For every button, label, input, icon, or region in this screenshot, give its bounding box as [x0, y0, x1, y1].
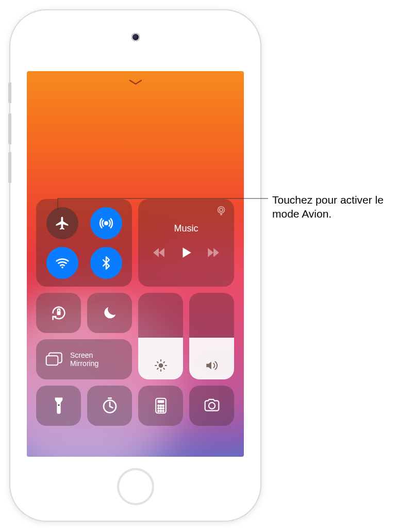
svg-point-3 [220, 208, 223, 211]
transport-controls [145, 245, 227, 260]
dismiss-caret-icon[interactable] [129, 79, 142, 86]
screen-mirroring-label: Screen Mirroring [70, 351, 98, 368]
svg-point-16 [162, 408, 164, 409]
cc-row: Music [36, 199, 235, 287]
flashlight-icon [53, 397, 64, 414]
screen: Music [27, 71, 244, 457]
svg-point-11 [158, 405, 159, 407]
cc-row [36, 386, 235, 426]
screen-mirroring-button[interactable]: Screen Mirroring [36, 339, 132, 379]
volume-down-button [8, 152, 11, 183]
device-frame: Music [10, 10, 260, 521]
svg-point-17 [158, 410, 159, 412]
volume-icon [205, 359, 219, 372]
play-button[interactable] [179, 245, 193, 260]
svg-point-14 [158, 408, 159, 409]
volume-up-button [8, 113, 11, 144]
svg-point-20 [208, 403, 214, 409]
timer-button[interactable] [87, 386, 132, 426]
music-title: Music [174, 223, 198, 234]
airplay-audio-icon[interactable] [216, 205, 227, 217]
svg-point-12 [160, 405, 161, 407]
moon-icon [102, 305, 118, 321]
brightness-slider[interactable] [138, 293, 183, 379]
control-center: Music [36, 199, 235, 426]
bluetooth-toggle[interactable] [90, 247, 122, 279]
connectivity-card[interactable] [36, 199, 132, 287]
airplane-mode-toggle[interactable] [46, 207, 78, 239]
home-button[interactable] [117, 468, 154, 505]
svg-point-1 [61, 267, 63, 269]
svg-point-15 [160, 408, 161, 409]
svg-point-0 [105, 222, 108, 225]
timer-icon [102, 397, 118, 414]
bluetooth-icon [99, 256, 113, 270]
volume-slider[interactable] [189, 293, 234, 379]
svg-rect-5 [46, 356, 58, 365]
svg-point-2 [218, 207, 225, 213]
do-not-disturb-button[interactable] [87, 293, 132, 333]
svg-rect-10 [157, 400, 164, 403]
svg-point-6 [158, 363, 163, 368]
wifi-icon [55, 255, 70, 271]
svg-rect-4 [57, 311, 60, 315]
airdrop-icon [98, 215, 114, 231]
camera-button[interactable] [189, 386, 234, 426]
brightness-icon [154, 359, 168, 372]
orientation-lock-icon [50, 304, 68, 322]
airdrop-toggle[interactable] [90, 207, 122, 239]
svg-point-13 [162, 405, 164, 407]
wifi-toggle[interactable] [46, 247, 78, 279]
previous-track-button[interactable] [152, 247, 165, 258]
callout-text: Touchez pour activer le mode Avion. [272, 193, 409, 221]
music-card[interactable]: Music [138, 199, 234, 287]
mute-switch [8, 82, 11, 103]
calculator-button[interactable] [138, 386, 183, 426]
front-camera [131, 33, 140, 41]
cc-row: Screen Mirroring [36, 293, 235, 379]
flashlight-button[interactable] [36, 386, 81, 426]
svg-point-18 [160, 410, 161, 412]
calculator-icon [155, 397, 167, 414]
svg-point-19 [162, 410, 164, 412]
screen-mirroring-icon [45, 352, 63, 367]
airplane-icon [55, 215, 70, 231]
orientation-lock-button[interactable] [36, 293, 81, 333]
camera-icon [203, 398, 221, 413]
svg-point-7 [58, 404, 59, 406]
next-track-button[interactable] [207, 247, 220, 258]
